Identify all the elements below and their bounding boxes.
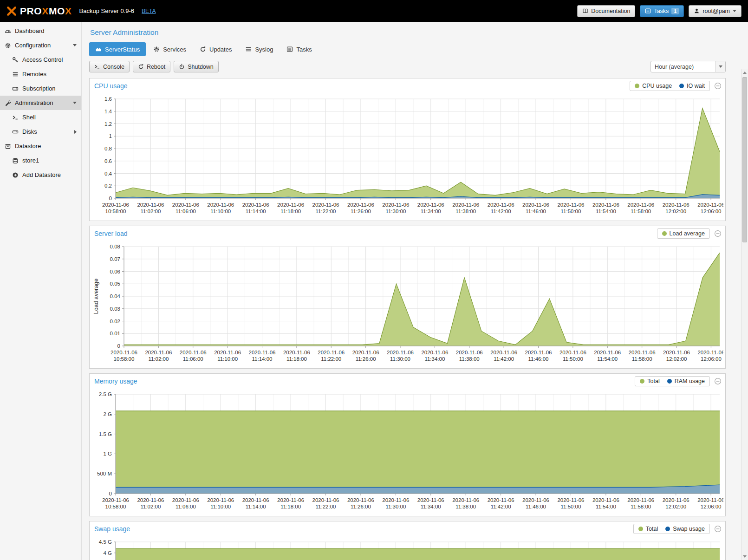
chart-legend: Load average	[657, 228, 710, 239]
svg-text:11:18:00: 11:18:00	[286, 356, 307, 362]
svg-text:2020-11-06: 2020-11-06	[697, 497, 723, 503]
svg-text:11:02:00: 11:02:00	[148, 356, 169, 362]
legend-item[interactable]: RAM usage	[667, 378, 705, 384]
legend-dot-icon	[679, 84, 684, 88]
svg-text:2020-11-06: 2020-11-06	[557, 497, 584, 503]
svg-text:2020-11-06: 2020-11-06	[525, 350, 552, 355]
shutdown-button[interactable]: Shutdown	[174, 61, 219, 72]
sidebar-item-store1[interactable]: store1	[0, 153, 81, 168]
scrollbar-up-button[interactable]	[741, 69, 748, 76]
documentation-button[interactable]: Documentation	[577, 5, 635, 17]
tab-serverstatus[interactable]: ServerStatus	[89, 42, 146, 56]
page-title: Server Administration	[90, 28, 726, 37]
svg-text:2020-11-06: 2020-11-06	[249, 350, 276, 355]
svg-text:4 G: 4 G	[103, 550, 112, 556]
sidebar-item-shell[interactable]: Shell	[0, 110, 81, 124]
arrow-up-icon	[743, 72, 747, 74]
collapse-panel-icon[interactable]	[714, 525, 722, 533]
svg-text:11:10:00: 11:10:00	[210, 504, 231, 509]
chart-legend: TotalSwap usage	[633, 524, 710, 534]
console-button[interactable]: Console	[89, 61, 130, 72]
svg-text:2020-11-06: 2020-11-06	[137, 497, 164, 503]
refresh-icon	[200, 46, 206, 52]
tab-syslog[interactable]: Syslog	[239, 42, 279, 56]
chevron-down-icon[interactable]	[73, 44, 77, 46]
chevron-down-icon[interactable]	[73, 102, 77, 104]
collapse-panel-icon[interactable]	[714, 82, 722, 90]
collapse-panel-icon[interactable]	[714, 230, 722, 237]
svg-text:2020-11-06: 2020-11-06	[522, 497, 549, 503]
legend-item[interactable]: Total	[638, 526, 658, 532]
timeframe-select[interactable]: Hour (average)	[650, 61, 726, 72]
sidebar-item-disks[interactable]: Disks	[0, 124, 81, 139]
svg-text:0.08: 0.08	[110, 244, 120, 249]
svg-text:11:14:00: 11:14:00	[246, 208, 266, 214]
svg-text:2020-11-06: 2020-11-06	[347, 202, 374, 208]
svg-text:11:18:00: 11:18:00	[280, 504, 301, 509]
sidebar-item-subscription[interactable]: Subscription	[0, 81, 81, 96]
sidebar-item-add-datastore[interactable]: Add Datastore	[0, 168, 81, 182]
legend-item[interactable]: Total	[640, 378, 659, 384]
legend-item[interactable]: CPU usage	[635, 83, 672, 89]
list-icon	[12, 71, 19, 78]
svg-text:2020-11-06: 2020-11-06	[421, 350, 448, 355]
sidebar-item-datastore[interactable]: Datastore	[0, 139, 81, 153]
sidebar-item-administration[interactable]: Administration	[0, 96, 81, 110]
svg-text:2020-11-06: 2020-11-06	[522, 202, 549, 208]
beta-link[interactable]: BETA	[142, 8, 156, 14]
grid	[116, 99, 720, 198]
svg-text:2020-11-06: 2020-11-06	[277, 497, 304, 503]
tab-tasks[interactable]: Tasks	[280, 42, 318, 56]
proxmox-x-icon	[7, 6, 17, 16]
swap-usage-panel: Swap usageTotalSwap usage0500 M1 G1.5 G2…	[89, 521, 726, 560]
tab-services[interactable]: Services	[147, 42, 192, 56]
sidebar-item-access-control[interactable]: Access Control	[0, 52, 81, 67]
sidebar-item-dashboard[interactable]: Dashboard	[0, 24, 81, 38]
svg-text:2020-11-06: 2020-11-06	[594, 350, 621, 355]
series-group	[124, 253, 720, 346]
power-icon	[179, 64, 185, 70]
panel-body: 0500 M1 G1.5 G2 G2.5 G2020-11-0610:58:00…	[90, 389, 725, 516]
user-menu-button[interactable]: root@pam	[689, 5, 741, 17]
swap-usage-chart: 0500 M1 G1.5 G2 G2.5 G3 G3.5 G4 G4.5 G20…	[91, 537, 723, 560]
svg-text:2020-11-06: 2020-11-06	[663, 202, 689, 208]
reboot-button[interactable]: Reboot	[133, 61, 170, 72]
svg-text:2020-11-06: 2020-11-06	[592, 202, 619, 208]
svg-text:10:58:00: 10:58:00	[114, 356, 135, 362]
scrollbar-thumb[interactable]	[742, 77, 747, 242]
proxmox-logo: PROXMOX	[7, 6, 72, 17]
svg-text:2020-11-06: 2020-11-06	[111, 350, 137, 355]
arrow-down-icon[interactable]	[743, 555, 747, 558]
tasks-button[interactable]: Tasks 1	[640, 5, 684, 17]
scrollbar[interactable]	[741, 69, 748, 560]
svg-text:2020-11-06: 2020-11-06	[452, 497, 479, 503]
svg-text:10:58:00: 10:58:00	[105, 208, 126, 214]
legend-item[interactable]: Load average	[662, 230, 705, 237]
svg-text:2020-11-06: 2020-11-06	[347, 497, 374, 503]
svg-text:2020-11-06: 2020-11-06	[102, 497, 129, 503]
svg-text:2020-11-06: 2020-11-06	[172, 497, 199, 503]
legend-item[interactable]: Swap usage	[665, 526, 705, 532]
chart-legend: CPU usageIO wait	[630, 81, 710, 91]
chevron-right-icon[interactable]	[74, 130, 77, 134]
legend-dot-icon	[662, 231, 667, 236]
svg-text:0.02: 0.02	[110, 319, 120, 324]
legend-item[interactable]: IO wait	[679, 83, 705, 89]
sidebar-item-remotes[interactable]: Remotes	[0, 67, 81, 81]
collapse-panel-icon[interactable]	[714, 378, 722, 385]
tab-updates[interactable]: Updates	[194, 42, 238, 56]
grid	[124, 247, 720, 346]
panel-title: Swap usage	[94, 525, 130, 533]
svg-text:11:26:00: 11:26:00	[351, 504, 371, 509]
plus-circle-icon	[12, 172, 19, 178]
svg-text:2020-11-06: 2020-11-06	[180, 350, 207, 355]
svg-text:1.5 G: 1.5 G	[99, 431, 112, 437]
svg-text:11:06:00: 11:06:00	[176, 208, 196, 214]
svg-text:11:34:00: 11:34:00	[421, 208, 441, 214]
svg-text:1.2: 1.2	[104, 121, 112, 127]
panel-header: Swap usageTotalSwap usage	[90, 521, 725, 536]
svg-text:11:10:00: 11:10:00	[210, 208, 231, 214]
svg-text:12:06:00: 12:06:00	[701, 356, 722, 362]
select-trigger[interactable]	[715, 61, 725, 72]
sidebar-item-configuration[interactable]: Configuration	[0, 38, 81, 52]
